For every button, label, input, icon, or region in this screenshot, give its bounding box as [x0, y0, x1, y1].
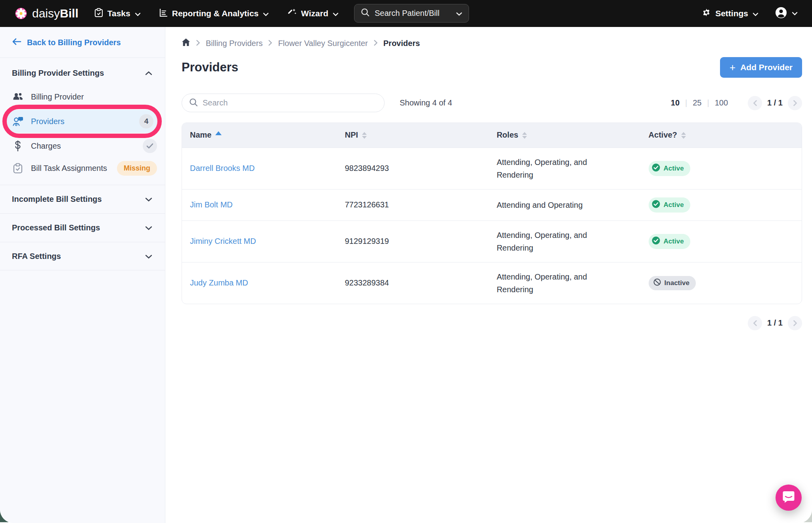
pager-bottom: 1 / 1 [748, 316, 802, 330]
prev-page-button[interactable] [748, 316, 762, 330]
sort-neutral-icon [522, 132, 527, 139]
chevron-down-icon [145, 195, 152, 204]
npi-cell: 7723126631 [337, 189, 489, 220]
account-menu[interactable] [775, 7, 798, 20]
wand-icon [287, 8, 297, 19]
global-search-button[interactable]: Search Patient/Bill [354, 4, 469, 23]
column-header-roles[interactable]: Roles [489, 123, 641, 148]
column-header-npi[interactable]: NPI [337, 123, 489, 148]
status-label: Active [664, 238, 684, 245]
chevron-up-icon [145, 70, 152, 77]
breadcrumb-flower-valley-surgicenter[interactable]: Flower Valley Surgicenter [278, 39, 368, 48]
sidebar-item-label: Bill Task Assignments [31, 164, 107, 173]
back-to-billing-providers-link[interactable]: Back to Billing Providers [12, 38, 153, 47]
search-icon [189, 98, 198, 108]
chevron-down-icon [753, 9, 758, 18]
sidebar-section-incomplete-bill-settings[interactable]: Incomplete Bill Settings [0, 185, 165, 213]
nav-reporting-label: Reporting & Analytics [172, 9, 259, 18]
billing-provider-settings-group[interactable]: Billing Provider Settings [0, 58, 165, 86]
sidebar-item-billing-provider[interactable]: Billing Provider [0, 86, 165, 108]
next-page-button[interactable] [788, 96, 802, 110]
nav-right-group: Settings [702, 7, 798, 20]
search-icon [361, 8, 370, 19]
chevron-down-icon [792, 10, 798, 17]
chevron-right-icon [196, 39, 200, 48]
add-provider-button[interactable]: + Add Provider [720, 57, 802, 78]
status-active-icon [652, 200, 660, 210]
app-window: daisyBill Tasks [0, 0, 812, 523]
status-badge: Inactive [649, 276, 696, 290]
page-size-25[interactable]: 25 [693, 98, 701, 107]
chevron-right-icon [268, 39, 272, 48]
breadcrumb: Billing Providers Flower Valley Surgicen… [182, 38, 802, 48]
sidebar-item-label: Charges [31, 142, 61, 151]
sidebar-item-label: Providers [31, 117, 64, 126]
chat-bubble-icon [782, 490, 795, 505]
sidebar-section-processed-bill-settings[interactable]: Processed Bill Settings [0, 213, 165, 242]
sidebar-item-providers[interactable]: Providers 4 [6, 110, 159, 133]
provider-name-link[interactable]: Darrell Brooks MD [190, 164, 255, 172]
group-title: Billing Provider Settings [12, 69, 104, 78]
clipboard-icon [94, 8, 103, 19]
global-search-label: Search Patient/Bill [375, 9, 439, 18]
nav-tasks-label: Tasks [107, 9, 130, 18]
providers-count-badge: 4 [139, 114, 153, 128]
next-page-button[interactable] [788, 316, 802, 330]
nav-settings[interactable]: Settings [702, 8, 758, 19]
sidebar-item-label: Billing Provider [31, 92, 84, 102]
npi-cell: 9823894293 [337, 148, 489, 189]
page-size-100[interactable]: 100 [715, 98, 728, 107]
status-active-icon [652, 236, 660, 247]
chevron-down-icon [456, 9, 462, 18]
size-separator: | [685, 98, 687, 107]
npi-cell: 9129129319 [337, 220, 489, 262]
prev-page-button[interactable] [748, 96, 762, 110]
gear-icon [702, 8, 711, 19]
brand-logo[interactable]: daisyBill [15, 5, 79, 22]
footer-pagination: 1 / 1 [182, 316, 802, 330]
provider-name-link[interactable]: Judy Zumba MD [190, 278, 248, 287]
chevron-down-icon [333, 9, 339, 18]
provider-name-link[interactable]: Jim Bolt MD [190, 200, 233, 209]
avatar-icon [775, 7, 787, 20]
breadcrumb-billing-providers[interactable]: Billing Providers [206, 39, 262, 48]
status-label: Inactive [665, 279, 689, 287]
showing-count: Showing 4 of 4 [400, 98, 452, 107]
search-input[interactable] [202, 98, 377, 108]
table-search[interactable] [182, 94, 385, 112]
roles-cell: Attending, Operating, and Rendering [497, 270, 608, 296]
provider-name-link[interactable]: Jiminy Crickett MD [190, 237, 256, 245]
nav-tasks[interactable]: Tasks [94, 8, 141, 19]
pager-top: 1 / 1 [748, 96, 802, 110]
column-header-active[interactable]: Active? [641, 123, 802, 148]
page-indicator: 1 / 1 [767, 318, 783, 328]
people-group-icon [12, 92, 24, 102]
chevron-down-icon [145, 223, 152, 232]
clipboard-check-icon [12, 163, 24, 174]
sort-asc-icon [215, 131, 222, 135]
status-active-icon [652, 163, 660, 174]
column-header-name[interactable]: Name [182, 123, 337, 148]
table-header-row: Name NPI Roles Active? [182, 123, 802, 148]
home-icon[interactable] [182, 38, 190, 48]
providers-tbody: Darrell Brooks MD 9823894293 Attending, … [182, 148, 802, 304]
sidebar-item-bill-task-assignments[interactable]: Bill Task Assignments Missing [0, 157, 165, 179]
page-size-10[interactable]: 10 [671, 98, 680, 107]
chevron-down-icon [145, 252, 152, 261]
sidebar-item-charges[interactable]: Charges [0, 135, 165, 157]
nav-settings-label: Settings [715, 9, 748, 18]
sidebar-section-rfa-settings[interactable]: RFA Settings [0, 242, 165, 270]
daisy-flower-icon [15, 5, 27, 22]
dollar-icon [12, 140, 24, 151]
sort-neutral-icon [681, 132, 686, 139]
providers-wrap: Providers 4 [6, 110, 159, 133]
add-provider-label: Add Provider [740, 63, 793, 72]
status-label: Active [664, 165, 684, 172]
roles-cell: Attending and Operating [497, 199, 608, 211]
nav-wizard[interactable]: Wizard [287, 8, 339, 19]
table-row: Jiminy Crickett MD 9129129319 Attending,… [182, 220, 802, 262]
chat-launcher-button[interactable] [776, 485, 802, 511]
nav-menus: Tasks Reporting & Analytics [94, 8, 339, 19]
roles-cell: Attending, Operating, and Rendering [497, 229, 608, 254]
nav-reporting[interactable]: Reporting & Analytics [159, 8, 269, 19]
